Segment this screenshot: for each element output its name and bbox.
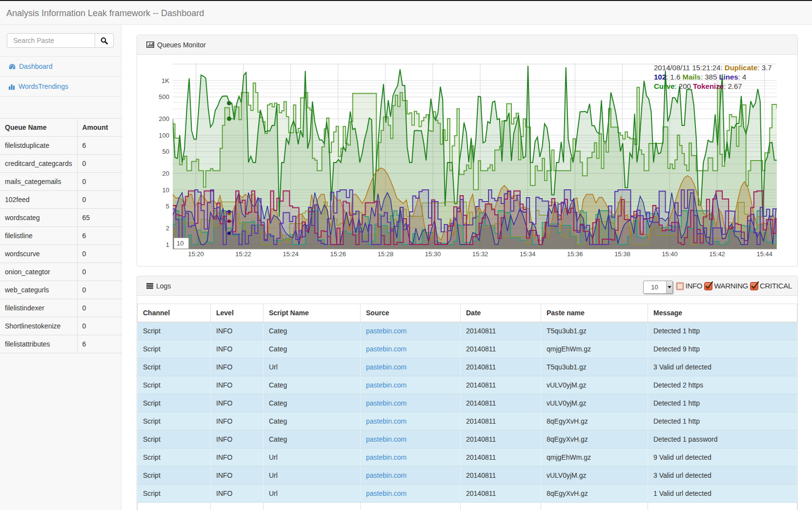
svg-text:15:30: 15:30 [425, 250, 441, 258]
svg-text:50: 50 [162, 148, 169, 155]
svg-text:15:20: 15:20 [188, 250, 204, 258]
svg-text:100: 100 [159, 132, 169, 139]
svg-text:15:34: 15:34 [520, 250, 536, 258]
svg-text:5: 5 [166, 203, 169, 210]
svg-text:15:22: 15:22 [235, 250, 251, 258]
svg-text:15:26: 15:26 [330, 250, 346, 258]
svg-text:2014/08/11 15:21:24: Duplicate: 2014/08/11 15:21:24: Duplicate: 3.7 [654, 63, 772, 72]
svg-text:2: 2 [166, 224, 169, 232]
svg-text:200: 200 [159, 115, 169, 122]
svg-text:20: 20 [162, 170, 169, 177]
svg-text:15:42: 15:42 [709, 250, 725, 258]
svg-text:15:28: 15:28 [378, 250, 394, 258]
svg-text:10: 10 [177, 240, 183, 247]
svg-text:1K: 1K [162, 77, 169, 84]
svg-text:1: 1 [166, 241, 169, 248]
svg-text:500: 500 [159, 93, 169, 101]
svg-text:15:40: 15:40 [662, 250, 678, 258]
svg-text:15:24: 15:24 [283, 250, 299, 258]
svg-text:15:36: 15:36 [567, 250, 583, 258]
svg-text:10: 10 [162, 186, 169, 194]
svg-text:15:38: 15:38 [614, 250, 630, 258]
svg-text:Curve: 200 Tokenize: 2.67: Curve: 200 Tokenize: 2.67 [654, 82, 742, 90]
svg-text:102: 1.6 Mails: 385 Lines: 4: 102: 1.6 Mails: 385 Lines: 4 [654, 73, 746, 81]
svg-text:15:32: 15:32 [472, 250, 488, 258]
svg-text:15:44: 15:44 [756, 250, 772, 258]
